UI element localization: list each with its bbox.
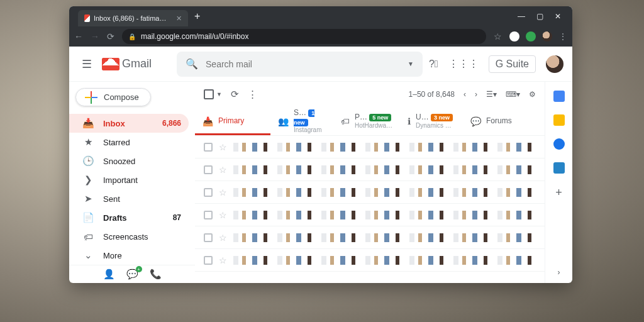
category-tab-p[interactable]: 🏷P… 5 newHotHardwa…: [333, 107, 400, 135]
star-icon[interactable]: ☆: [219, 165, 227, 175]
sidebar-item-drafts[interactable]: 📄Drafts87: [69, 208, 189, 227]
close-window-button[interactable]: ✕: [555, 12, 561, 21]
back-button[interactable]: ←: [74, 31, 83, 42]
tab-badge: 3 new: [431, 114, 453, 121]
row-checkbox[interactable]: [204, 143, 213, 152]
compose-button[interactable]: Compose: [75, 88, 151, 106]
star-icon[interactable]: ☆: [219, 233, 227, 243]
apps-grid-icon[interactable]: ⋮⋮⋮: [448, 58, 479, 70]
hangouts-icon[interactable]: 💬+: [126, 269, 138, 280]
row-checkbox[interactable]: [204, 233, 213, 242]
account-avatar[interactable]: [546, 55, 564, 73]
keep-addon-icon[interactable]: [553, 114, 565, 126]
extensions: ⋮: [509, 31, 567, 42]
nav-label: Drafts: [103, 213, 127, 223]
category-tab-s[interactable]: 👥S… 1 newInstagram: [270, 107, 333, 135]
tab-badge: 5 new: [369, 114, 391, 121]
gmail-header: ☰ Gmail 🔍 ▼ ?⃝ ⋮⋮⋮ G Suite: [69, 47, 572, 82]
draft-icon: 📄: [83, 213, 93, 223]
bookmark-icon[interactable]: ☆: [494, 31, 502, 42]
gmail-logo[interactable]: Gmail: [102, 57, 152, 70]
search-icon[interactable]: 🔍: [186, 58, 198, 70]
email-content-redacted: [233, 143, 536, 152]
email-row[interactable]: ☆: [195, 249, 545, 272]
url-field[interactable]: 🔒 mail.google.com/mail/u/0/#inbox: [122, 29, 486, 44]
category-tab-primary[interactable]: 📥Primary: [195, 107, 270, 135]
email-row[interactable]: ☆: [195, 226, 545, 249]
more-actions-icon[interactable]: ⋮: [248, 89, 257, 100]
email-row[interactable]: ☆: [195, 181, 545, 204]
gmail-m-icon: [102, 58, 119, 70]
next-page-icon[interactable]: ›: [475, 90, 477, 99]
tab-badge: 1 new: [294, 109, 314, 126]
select-all-checkbox[interactable]: [204, 89, 214, 99]
reload-button[interactable]: ⟳: [107, 31, 114, 42]
email-content-redacted: [233, 256, 536, 265]
email-row[interactable]: ☆: [195, 204, 545, 226]
contacts-icon[interactable]: 👤: [103, 269, 115, 280]
forward-button[interactable]: →: [91, 31, 99, 42]
nav-label: Sent: [103, 194, 120, 204]
tasks-addon-icon[interactable]: [553, 138, 565, 150]
refresh-button[interactable]: ⟳: [231, 89, 239, 100]
extension-icon[interactable]: [509, 31, 519, 42]
sidebar-item-starred[interactable]: ★Starred: [69, 133, 189, 152]
search-options-icon[interactable]: ▼: [408, 60, 414, 67]
help-icon[interactable]: ?⃝: [429, 58, 438, 70]
kebab-menu-icon[interactable]: ⋮: [558, 31, 567, 42]
phone-icon[interactable]: 📞: [150, 269, 162, 280]
select-dropdown-icon[interactable]: ▼: [216, 91, 222, 97]
star-icon[interactable]: ☆: [219, 210, 227, 220]
gsuite-badge[interactable]: G Suite: [489, 55, 536, 73]
email-row[interactable]: ☆: [195, 158, 545, 181]
tab-icon: 💬: [470, 116, 481, 126]
minimize-button[interactable]: —: [518, 12, 525, 21]
gmail-wordmark: Gmail: [122, 57, 152, 70]
tab-label: Primary: [218, 116, 244, 125]
main-pane: ▼ ⟳ ⋮ 1–50 of 8,648 ‹ › ☰▾ ⌨▾ ⚙ 📥Primary…: [195, 82, 545, 283]
maximize-button[interactable]: ▢: [536, 12, 543, 21]
window-controls: — ▢ ✕: [518, 12, 570, 21]
sidebar-item-screencasts[interactable]: 🏷Screencasts: [69, 227, 189, 246]
nav-label: Starred: [103, 138, 130, 147]
sent-icon: ➤: [83, 194, 93, 204]
titlebar: Inbox (6,866) - fatima@addictive... ✕ + …: [69, 6, 572, 26]
search-input[interactable]: [206, 59, 400, 69]
list-toolbar: ▼ ⟳ ⋮ 1–50 of 8,648 ‹ › ☰▾ ⌨▾ ⚙: [195, 82, 545, 107]
nav-count: 87: [173, 213, 181, 222]
trello-addon-icon[interactable]: [553, 162, 565, 174]
email-content-redacted: [233, 211, 536, 219]
row-checkbox[interactable]: [204, 188, 213, 197]
browser-tab[interactable]: Inbox (6,866) - fatima@addictive... ✕: [78, 10, 188, 26]
sidebar-item-inbox[interactable]: 📥Inbox6,866: [69, 114, 189, 133]
email-row[interactable]: ☆: [195, 136, 545, 158]
sidebar-item-sent[interactable]: ➤Sent: [69, 189, 189, 208]
sidebar-item-snoozed[interactable]: 🕒Snoozed: [69, 152, 189, 170]
star-icon[interactable]: ☆: [219, 255, 227, 265]
settings-gear-icon[interactable]: ⚙: [529, 90, 536, 99]
star-icon[interactable]: ☆: [219, 187, 227, 197]
prev-page-icon[interactable]: ‹: [464, 90, 466, 99]
new-tab-button[interactable]: +: [194, 11, 200, 22]
search-box[interactable]: 🔍 ▼: [177, 52, 423, 77]
close-tab-icon[interactable]: ✕: [176, 14, 182, 23]
row-checkbox[interactable]: [204, 211, 213, 219]
star-icon[interactable]: ☆: [219, 142, 227, 152]
row-checkbox[interactable]: [204, 165, 213, 174]
density-icon[interactable]: ☰▾: [486, 90, 497, 99]
profile-avatar-small[interactable]: [542, 31, 552, 42]
get-addons-icon[interactable]: +: [555, 186, 562, 199]
extension-icon[interactable]: [526, 31, 536, 42]
main-menu-icon[interactable]: ☰: [78, 53, 96, 75]
category-tab-forums[interactable]: 💬Forums: [463, 107, 538, 135]
category-tab-u[interactable]: ℹU… 3 newDynamics …: [400, 107, 463, 135]
sidebar-footer: 👤 💬+ 📞: [69, 265, 195, 283]
nav-label: Inbox: [103, 119, 125, 128]
sidebar-item-important[interactable]: ❯Important: [69, 170, 189, 189]
input-tools-icon[interactable]: ⌨▾: [506, 90, 520, 99]
collapse-panel-icon[interactable]: ›: [558, 268, 560, 277]
important-icon: ❯: [83, 175, 93, 185]
row-checkbox[interactable]: [204, 256, 213, 265]
calendar-addon-icon[interactable]: [553, 91, 565, 102]
sidebar-item-more[interactable]: ⌄More: [69, 246, 189, 265]
